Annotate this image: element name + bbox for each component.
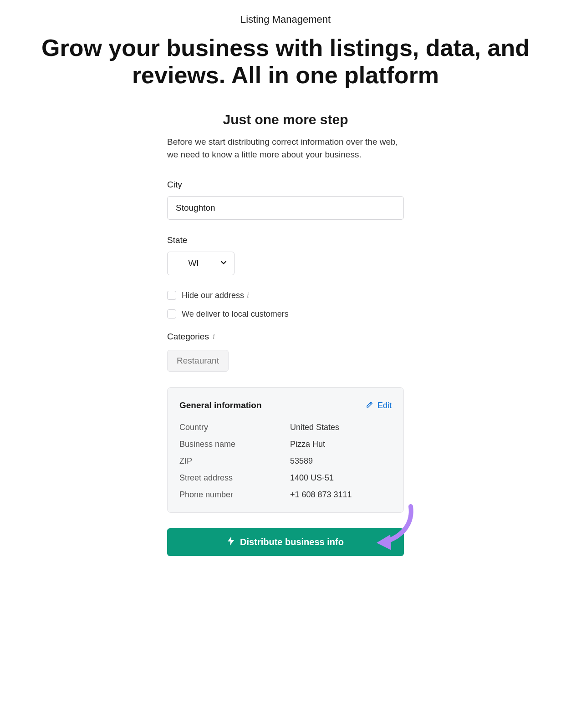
- info-card-header: General information Edit: [179, 400, 392, 411]
- street-key: Street address: [179, 473, 281, 483]
- categories-section: Categories i Restaurant: [167, 332, 404, 372]
- state-field: State WI: [167, 235, 404, 275]
- categories-label: Categories i: [167, 332, 404, 342]
- street-value: 1400 US-51: [290, 473, 392, 483]
- page-subtitle: Listing Management: [0, 14, 571, 25]
- hide-address-checkbox[interactable]: [167, 291, 176, 300]
- country-value: United States: [290, 423, 392, 432]
- phone-key: Phone number: [179, 490, 281, 500]
- phone-value: +1 608 873 3111: [290, 490, 392, 500]
- hide-address-label: Hide our address i: [182, 291, 249, 300]
- cta-wrap: Distribute business info: [167, 528, 404, 556]
- page-headline: Grow your business with listings, data, …: [0, 35, 571, 89]
- info-icon[interactable]: i: [213, 332, 215, 341]
- distribute-button[interactable]: Distribute business info: [167, 528, 404, 556]
- info-card-title: General information: [179, 400, 262, 410]
- state-select[interactable]: WI: [167, 252, 235, 275]
- city-input[interactable]: [167, 196, 404, 220]
- info-grid: Country United States Business name Pizz…: [179, 423, 392, 500]
- categories-label-text: Categories: [167, 332, 209, 342]
- state-label: State: [167, 235, 404, 245]
- deliver-local-row: We deliver to local customers: [167, 309, 404, 319]
- distribute-label: Distribute business info: [240, 537, 344, 547]
- hide-address-row: Hide our address i: [167, 291, 404, 300]
- deliver-local-checkbox[interactable]: [167, 309, 176, 318]
- deliver-local-label: We deliver to local customers: [182, 309, 289, 319]
- city-label: City: [167, 180, 404, 190]
- zip-key: ZIP: [179, 456, 281, 466]
- category-tag[interactable]: Restaurant: [167, 350, 229, 372]
- edit-button[interactable]: Edit: [366, 400, 392, 411]
- business-name-value: Pizza Hut: [290, 440, 392, 449]
- general-info-card: General information Edit Country United …: [167, 387, 404, 513]
- hide-address-text: Hide our address: [182, 291, 244, 300]
- info-icon[interactable]: i: [247, 291, 249, 300]
- step-description: Before we start distributing correct inf…: [167, 136, 404, 162]
- edit-label: Edit: [377, 401, 392, 410]
- lightning-icon: [227, 536, 235, 548]
- city-field: City: [167, 180, 404, 220]
- country-key: Country: [179, 423, 281, 432]
- form-container: Just one more step Before we start distr…: [135, 112, 436, 556]
- business-name-key: Business name: [179, 440, 281, 449]
- step-title: Just one more step: [167, 112, 404, 127]
- edit-icon: [366, 400, 374, 411]
- zip-value: 53589: [290, 456, 392, 466]
